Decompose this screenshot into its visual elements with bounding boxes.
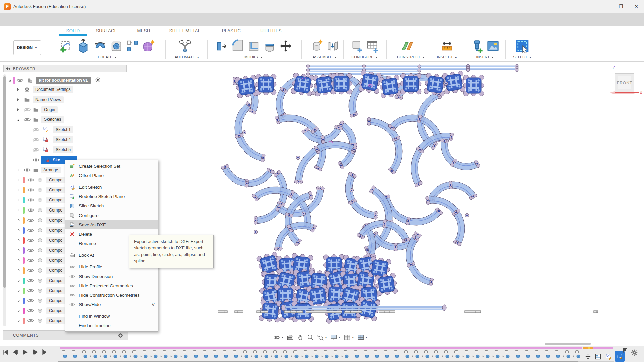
timeline-suppress-box[interactable] bbox=[263, 350, 267, 353]
zoom-plus-tool[interactable] bbox=[307, 334, 314, 341]
form-button[interactable] bbox=[142, 39, 155, 53]
timeline-suppress-box[interactable] bbox=[324, 350, 327, 353]
timeline-suppress-box[interactable] bbox=[515, 350, 518, 353]
timeline-suppress-box[interactable] bbox=[213, 350, 216, 353]
hole-button[interactable] bbox=[110, 39, 123, 53]
timeline-suppress-box[interactable] bbox=[223, 350, 226, 353]
maximize-button[interactable]: ❐ bbox=[613, 0, 629, 13]
timeline-feature-18[interactable] bbox=[231, 350, 239, 359]
timeline-feature-44[interactable] bbox=[492, 350, 500, 359]
add-comment-icon[interactable] bbox=[118, 333, 123, 338]
skip-to-end-button[interactable] bbox=[42, 349, 48, 355]
timeline-suppress-box[interactable] bbox=[334, 350, 337, 353]
timeline-feature-32[interactable] bbox=[372, 350, 380, 359]
menu-item-offset-plane[interactable]: Offset Plane bbox=[65, 171, 158, 180]
timeline-feature-26[interactable] bbox=[311, 350, 319, 359]
timeline-feature-5[interactable] bbox=[100, 350, 108, 359]
timeline-feature-27[interactable] bbox=[321, 350, 329, 359]
menu-item-find-in-timeline[interactable]: Find in Timeline bbox=[65, 321, 158, 330]
insert-image-button[interactable] bbox=[486, 39, 500, 53]
new-component-button[interactable] bbox=[310, 39, 323, 53]
timeline-suppress-box[interactable] bbox=[203, 350, 206, 353]
ribbon-tab-mesh[interactable]: MESH bbox=[137, 28, 150, 33]
timeline-feature-35[interactable] bbox=[402, 350, 410, 359]
ribbon-tab-surface[interactable]: SURFACE bbox=[96, 28, 117, 33]
grid-display-tool[interactable]: ▼ bbox=[344, 334, 354, 341]
timeline-suppress-box[interactable] bbox=[163, 350, 166, 353]
timeline-suppress-box[interactable] bbox=[545, 350, 548, 353]
look-at-tool[interactable] bbox=[287, 334, 294, 341]
create-sketch-button[interactable] bbox=[59, 39, 73, 53]
orbit-tool[interactable]: ▼ bbox=[273, 334, 284, 341]
ribbon-group-label[interactable]: CREATE ▼ bbox=[53, 55, 161, 59]
timeline-suppress-box[interactable] bbox=[505, 350, 508, 353]
timeline-suppress-box[interactable] bbox=[364, 350, 367, 353]
timeline-suppress-box[interactable] bbox=[485, 350, 488, 353]
timeline-feature-37[interactable] bbox=[422, 350, 430, 359]
timeline-suppress-box[interactable] bbox=[465, 350, 468, 353]
timeline-suppress-box[interactable] bbox=[122, 350, 126, 353]
timeline-feature-19[interactable] bbox=[241, 350, 249, 359]
timeline-feature-47[interactable] bbox=[523, 350, 531, 359]
timeline-feature-45[interactable] bbox=[502, 350, 511, 359]
ribbon-tab-solid[interactable]: SOLID bbox=[66, 28, 80, 33]
construction-plane-button[interactable] bbox=[401, 39, 414, 53]
timeline-feature-38[interactable] bbox=[432, 350, 440, 359]
ribbon-group-label[interactable]: ASSEMBLE ▼ bbox=[306, 55, 344, 59]
timeline-feature-42[interactable] bbox=[472, 350, 480, 359]
ribbon-group-label[interactable]: MODIFY ▼ bbox=[208, 55, 299, 59]
timeline-feature-3[interactable] bbox=[80, 350, 88, 359]
timeline-suppress-box[interactable] bbox=[102, 350, 106, 353]
timeline-suppress-box[interactable] bbox=[243, 350, 247, 353]
timeline-feature-12[interactable] bbox=[170, 350, 178, 359]
step-forward-button[interactable] bbox=[32, 349, 38, 355]
timeline-feature-30[interactable] bbox=[352, 350, 360, 359]
timeline-feature-52[interactable] bbox=[573, 350, 581, 359]
zoom-window-tool[interactable]: ▼ bbox=[317, 334, 327, 341]
timeline-feature-43[interactable] bbox=[482, 350, 490, 359]
timeline-suppress-box[interactable] bbox=[72, 350, 75, 353]
timeline-suppress-box[interactable] bbox=[404, 350, 408, 353]
menu-item-save-as-dxf[interactable]: DXF Save As DXF bbox=[65, 220, 158, 229]
timeline-feature-21[interactable] bbox=[261, 350, 269, 359]
timeline-suppress-box[interactable] bbox=[82, 350, 86, 353]
step-back-button[interactable] bbox=[12, 349, 19, 355]
automate-button[interactable] bbox=[178, 39, 192, 53]
timeline-feature-40[interactable] bbox=[452, 350, 460, 359]
timeline-suppress-box[interactable] bbox=[475, 350, 478, 353]
timeline-feature-15[interactable] bbox=[201, 350, 209, 359]
timeline-suppress-box[interactable] bbox=[424, 350, 428, 353]
menu-item-show-dimension[interactable]: Show Dimension bbox=[65, 272, 158, 281]
timeline-feature-20[interactable] bbox=[251, 350, 259, 359]
timeline-feature-9[interactable] bbox=[140, 350, 148, 359]
joint-button[interactable] bbox=[326, 39, 339, 53]
close-button[interactable]: ✕ bbox=[629, 0, 644, 13]
menu-item-hide-construction-geometries[interactable]: Hide Construction Geometries bbox=[65, 290, 158, 300]
timeline-feature-25[interactable] bbox=[301, 350, 309, 359]
timeline-feature-22[interactable] bbox=[271, 350, 279, 359]
timeline-suppress-box[interactable] bbox=[535, 350, 538, 353]
timeline-feature-17[interactable] bbox=[221, 350, 229, 359]
skip-to-start-button[interactable] bbox=[3, 349, 9, 355]
timeline-feature-46[interactable] bbox=[513, 350, 521, 359]
ribbon-group-label[interactable]: AUTOMATE ▼ bbox=[175, 55, 196, 59]
revolve-button[interactable] bbox=[94, 39, 107, 53]
timeline-suppress-box[interactable] bbox=[454, 350, 458, 353]
timeline-feature-16[interactable] bbox=[211, 350, 219, 359]
timeline-feature-28[interactable] bbox=[331, 350, 339, 359]
timeline-suppress-box[interactable] bbox=[525, 350, 528, 353]
menu-item-slice-sketch[interactable]: Slice Sketch bbox=[65, 201, 158, 210]
timeline-feature-49[interactable] bbox=[543, 350, 551, 359]
timeline-suppress-box[interactable] bbox=[62, 350, 65, 353]
timeline-scrollbar[interactable] bbox=[545, 343, 591, 345]
timeline-suppress-box[interactable] bbox=[112, 350, 116, 353]
timeline-suppress-box[interactable] bbox=[555, 350, 558, 353]
timeline-settings-gear-icon[interactable] bbox=[631, 349, 638, 358]
timeline-feature-31[interactable] bbox=[362, 350, 370, 359]
measure-button[interactable] bbox=[440, 39, 454, 53]
timeline-suppress-box[interactable] bbox=[434, 350, 438, 353]
timeline-suppress-box[interactable] bbox=[384, 350, 387, 353]
extrude-button[interactable] bbox=[75, 38, 91, 54]
timeline-suppress-box[interactable] bbox=[132, 350, 136, 353]
ribbon-group-label[interactable]: INSERT ▼ bbox=[466, 55, 504, 59]
